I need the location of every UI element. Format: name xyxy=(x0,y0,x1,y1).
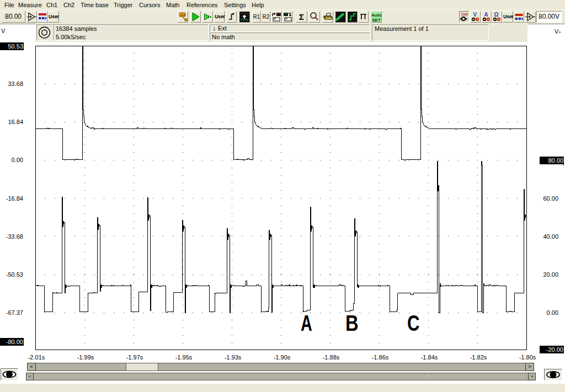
svg-text:CH2: CH2 xyxy=(461,13,468,16)
svg-text:A: A xyxy=(484,12,488,18)
svg-text:123: 123 xyxy=(180,13,185,17)
svg-text:V: V xyxy=(473,12,477,18)
svg-text:Ω: Ω xyxy=(494,12,499,18)
